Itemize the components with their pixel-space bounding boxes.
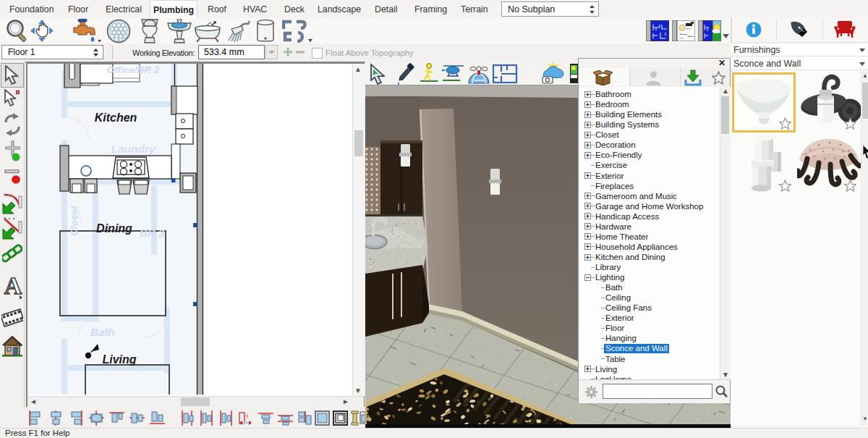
svg-text:Dining: Dining <box>96 222 132 235</box>
svg-text:?: ? <box>245 413 249 420</box>
svg-text:Living: Living <box>102 353 136 366</box>
svg-text:Office/BR 2: Office/BR 2 <box>107 64 160 75</box>
svg-text:Closet: Closet <box>69 206 80 236</box>
svg-text:A: A <box>4 273 22 299</box>
svg-text:BR 3: BR 3 <box>140 227 165 239</box>
svg-text:Kitchen: Kitchen <box>95 111 137 124</box>
svg-text:Bath: Bath <box>90 326 114 338</box>
svg-text:Laundry: Laundry <box>111 143 156 155</box>
